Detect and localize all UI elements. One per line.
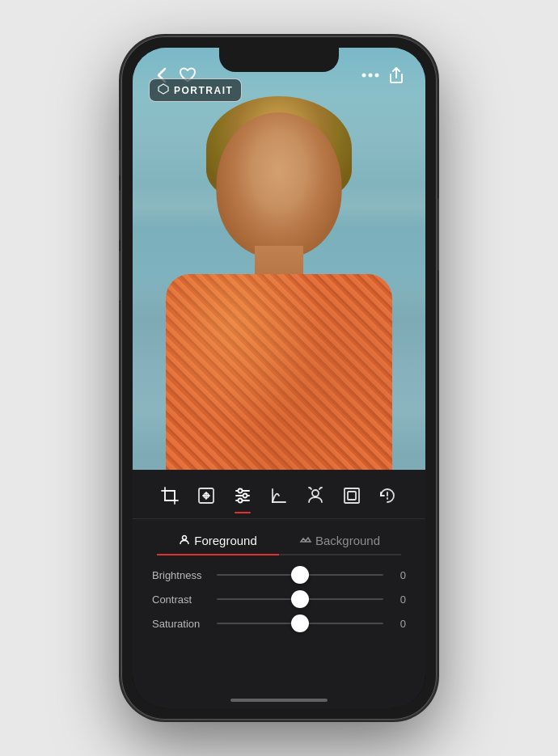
background-icon <box>300 534 311 547</box>
photo-area: PORTRAIT <box>133 48 425 500</box>
contrast-thumb[interactable] <box>291 590 309 608</box>
svg-point-2 <box>375 74 379 78</box>
portrait-badge-label: PORTRAIT <box>174 85 233 96</box>
phone-screen: PORTRAIT <box>133 48 425 708</box>
svg-point-9 <box>239 489 243 493</box>
saturation-track <box>217 623 383 624</box>
saturation-row: Saturation 0 <box>152 615 406 631</box>
brightness-row: Brightness 0 <box>152 567 406 583</box>
svg-rect-3 <box>165 491 175 500</box>
saturation-slider[interactable] <box>217 615 383 631</box>
svg-point-0 <box>362 74 366 78</box>
shirt-pattern <box>166 274 392 500</box>
foreground-tab-label: Foreground <box>194 534 257 547</box>
portrait-badge-icon <box>158 83 169 97</box>
svg-rect-15 <box>345 488 359 503</box>
more-button[interactable] <box>357 62 383 88</box>
revert-tool-button[interactable] <box>371 479 404 512</box>
curves-tool-button[interactable] <box>263 479 295 512</box>
fg-bg-tabs: Foreground Background <box>133 519 425 562</box>
volume-up-button[interactable] <box>119 190 121 240</box>
saturation-value: 0 <box>390 618 406 630</box>
frame-tool-button[interactable] <box>336 479 368 512</box>
bottom-panel: Foreground Background Brightness <box>133 470 425 708</box>
contrast-slider[interactable] <box>217 591 383 607</box>
toolbar <box>133 470 425 519</box>
saturation-thumb[interactable] <box>291 615 309 632</box>
mute-button[interactable] <box>119 150 121 175</box>
brightness-thumb[interactable] <box>291 566 309 584</box>
power-button[interactable] <box>437 198 439 271</box>
contrast-label: Contrast <box>152 593 217 606</box>
brightness-track <box>217 574 383 576</box>
home-indicator <box>230 699 328 702</box>
foreground-icon <box>179 534 190 547</box>
adjust-tool-button[interactable] <box>226 479 259 512</box>
saturation-label: Saturation <box>152 618 217 630</box>
share-button[interactable] <box>383 62 409 88</box>
phone-frame: PORTRAIT <box>121 36 437 720</box>
person-silhouette <box>166 64 392 500</box>
enhance-tool-button[interactable] <box>190 479 222 512</box>
brightness-value: 0 <box>390 569 406 581</box>
background-tab[interactable]: Background <box>279 527 401 555</box>
svg-point-14 <box>312 490 319 496</box>
svg-point-11 <box>239 499 243 503</box>
contrast-track <box>217 598 383 600</box>
notch <box>219 48 339 72</box>
contrast-value: 0 <box>390 593 406 606</box>
crop-tool-button[interactable] <box>154 479 186 512</box>
brightness-slider[interactable] <box>217 567 383 583</box>
portrait-badge[interactable]: PORTRAIT <box>149 78 242 102</box>
svg-point-19 <box>183 536 187 540</box>
svg-point-10 <box>243 494 247 498</box>
sliders-area: Brightness 0 Contrast <box>133 562 425 644</box>
portrait-tool-button[interactable] <box>299 479 332 512</box>
svg-rect-16 <box>348 492 356 500</box>
volume-down-button[interactable] <box>119 251 121 301</box>
face <box>217 112 342 258</box>
svg-point-1 <box>369 74 373 78</box>
brightness-label: Brightness <box>152 569 217 581</box>
background-tab-label: Background <box>315 534 380 547</box>
contrast-row: Contrast 0 <box>152 591 406 607</box>
foreground-tab[interactable]: Foreground <box>157 527 279 555</box>
